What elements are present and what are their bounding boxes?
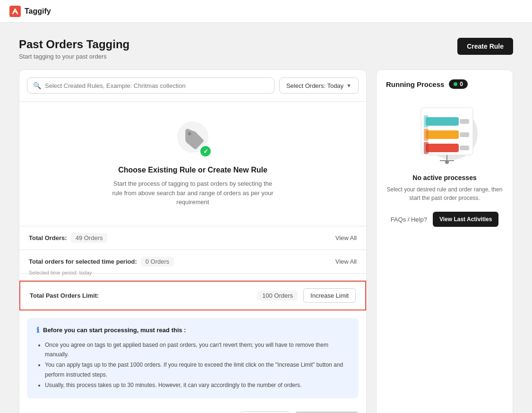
page-header: Past Orders Tagging Start tagging to you…	[0, 23, 532, 60]
right-actions: FAQs / Help? View Last Activities	[386, 212, 503, 227]
no-active-description: Select your desired rule and order range…	[386, 185, 503, 202]
info-icon: ℹ	[36, 326, 39, 335]
total-orders-view-all[interactable]: View All	[335, 234, 357, 241]
svg-rect-5	[426, 117, 459, 126]
search-icon: 🔍	[33, 82, 41, 89]
period-orders-view-all[interactable]: View All	[335, 258, 357, 265]
limit-right: 100 Orders Increase Limit	[257, 288, 356, 303]
search-input[interactable]	[45, 82, 268, 89]
illustration-title: Choose Existing Rule or Create New Rule	[118, 166, 267, 174]
running-process-count: 0	[460, 81, 463, 87]
view-last-activities-button[interactable]: View Last Activities	[433, 212, 498, 227]
app-name: Taggify	[25, 7, 51, 16]
total-orders-value: 49 Orders	[71, 233, 108, 243]
top-nav: Taggify	[0, 0, 532, 23]
page-subtitle: Start tagging to your past orders	[19, 53, 129, 60]
left-panel: 🔍 Select Orders: Today ▼ ✓ Choose Exis	[19, 69, 367, 413]
total-orders-row: Total Orders: 49 Orders View All	[19, 226, 366, 250]
page-title: Past Orders Tagging	[19, 38, 129, 51]
document-illustration-icon	[407, 98, 482, 164]
svg-rect-10	[424, 129, 429, 141]
period-orders-label: Total orders for selected time period:	[29, 258, 137, 265]
check-badge: ✓	[199, 145, 212, 157]
list-item: Once you agree on tags to get applied ba…	[45, 340, 349, 360]
svg-rect-7	[424, 115, 429, 128]
chevron-down-icon: ▼	[346, 83, 352, 88]
svg-rect-6	[460, 119, 469, 124]
green-dot-icon	[454, 82, 457, 86]
period-orders-left: Total orders for selected time period: 0…	[29, 257, 174, 267]
logo-area: Taggify	[9, 6, 51, 17]
svg-rect-12	[460, 146, 469, 150]
running-process-badge: 0	[449, 79, 468, 89]
total-orders-label: Total Orders:	[29, 234, 67, 241]
search-box: 🔍	[27, 77, 275, 94]
checkmark-icon: ✓	[203, 148, 208, 155]
info-list: Once you agree on tags to get applied ba…	[36, 340, 349, 390]
info-box: ℹ Before you can start processing, must …	[27, 318, 359, 399]
info-header: ℹ Before you can start processing, must …	[36, 326, 349, 335]
illustration-area: ✓ Choose Existing Rule or Create New Rul…	[19, 102, 366, 226]
right-panel: Running Process 0	[376, 69, 513, 413]
limit-label: Total Past Orders Limit:	[30, 292, 99, 299]
running-process-header: Running Process 0	[386, 79, 503, 89]
logo-icon	[9, 6, 21, 17]
limit-row: Total Past Orders Limit: 100 Orders Incr…	[19, 281, 366, 310]
running-process-title: Running Process	[386, 80, 444, 88]
no-active-title: No active processes	[386, 174, 503, 181]
svg-rect-9	[460, 132, 469, 137]
stats-area: Total Orders: 49 Orders View All Total o…	[19, 226, 366, 310]
faqs-link[interactable]: FAQs / Help?	[391, 216, 427, 223]
svg-rect-11	[426, 144, 459, 152]
period-orders-value: 0 Orders	[141, 257, 174, 267]
order-select-label: Select Orders: Today	[286, 82, 343, 89]
list-item: Usually, this process takes up to 30 min…	[45, 380, 349, 390]
svg-rect-8	[426, 130, 459, 139]
page-title-area: Past Orders Tagging Start tagging to you…	[19, 38, 129, 60]
svg-point-2	[188, 132, 191, 136]
order-select-dropdown[interactable]: Select Orders: Today ▼	[279, 77, 359, 94]
limit-value-badge: 100 Orders	[257, 291, 298, 301]
selected-time-period: Selected time period: today	[19, 270, 366, 281]
list-item: You can apply tags up to the past 1000 o…	[45, 360, 349, 379]
right-illustration	[386, 98, 503, 164]
svg-rect-13	[424, 142, 429, 154]
tag-icon-wrapper: ✓	[174, 120, 212, 158]
info-title: Before you can start processing, must re…	[43, 327, 186, 334]
total-orders-left: Total Orders: 49 Orders	[29, 233, 107, 243]
increase-limit-button[interactable]: Increase Limit	[303, 288, 356, 303]
search-area: 🔍 Select Orders: Today ▼	[19, 70, 366, 102]
illustration-description: Start the process of tagging to past ord…	[108, 179, 278, 207]
create-rule-button[interactable]: Create Rule	[457, 38, 513, 55]
main-layout: 🔍 Select Orders: Today ▼ ✓ Choose Exis	[0, 69, 532, 413]
action-row: Contact Us Start Processing	[19, 406, 366, 413]
